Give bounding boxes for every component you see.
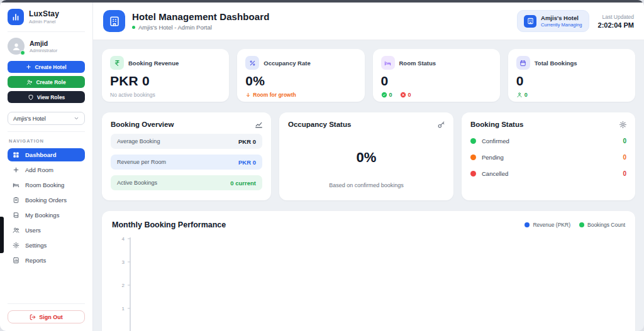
booking-status-row-cancelled: Cancelled 0 xyxy=(470,170,626,177)
room-status-card: Room Status 0 0 0 xyxy=(373,49,500,102)
sidebar-item-add-room[interactable]: Add Room xyxy=(8,163,85,176)
status-label: Confirmed xyxy=(482,138,623,144)
guests-chip: 0 xyxy=(516,92,528,98)
x-circle-icon xyxy=(400,92,406,98)
user-plus-icon xyxy=(26,79,33,85)
gear-icon xyxy=(619,120,627,131)
window-top-edge xyxy=(0,0,644,3)
booking-overview-card: Booking Overview Average Booking PKR 0 R… xyxy=(102,112,271,200)
legend-revenue: Revenue (PKR) xyxy=(525,222,570,228)
nav-section-label: NAVIGATION xyxy=(9,138,85,144)
users-icon xyxy=(13,227,19,234)
person-icon xyxy=(516,92,523,98)
stat-value: 0 xyxy=(381,73,492,89)
badge-hotel-name: Amjis's Hotel xyxy=(541,14,582,21)
y-tick-1: 1 xyxy=(122,306,125,312)
bed-icon xyxy=(13,182,19,188)
percent-icon xyxy=(245,56,259,70)
create-role-label: Create Role xyxy=(36,79,65,85)
overview-row-average-booking: Average Booking PKR 0 xyxy=(111,134,262,149)
clipboard-icon xyxy=(13,197,19,203)
chart-plot-area: 4 3 2 1 xyxy=(112,235,628,331)
occupied-count: 0 xyxy=(408,92,411,98)
plus-icon xyxy=(26,64,31,70)
header: Hotel Management Dashboard Amjis's Hotel… xyxy=(93,3,644,40)
legend-bookings: Bookings Count xyxy=(579,222,625,228)
hotel-select[interactable]: Amjis's Hotel xyxy=(8,112,85,125)
overview-row-label: Active Bookings xyxy=(117,180,157,186)
current-hotel-badge[interactable]: Amjis's Hotel Currently Managing xyxy=(517,10,589,32)
overview-row-value: PKR 0 xyxy=(238,159,256,166)
nav-item-label: Reports xyxy=(25,257,46,264)
page-title: Hotel Management Dashboard xyxy=(132,11,517,22)
sign-out-button[interactable]: Sign Out xyxy=(8,310,85,323)
badge-hotel-status: Currently Managing xyxy=(541,22,582,28)
create-hotel-button[interactable]: Create Hotel xyxy=(8,61,85,73)
book-icon xyxy=(13,212,19,219)
create-hotel-label: Create Hotel xyxy=(35,64,66,70)
create-role-button[interactable]: Create Role xyxy=(8,76,85,88)
middle-row: Booking Overview Average Booking PKR 0 R… xyxy=(102,112,635,200)
user-role: Administrator xyxy=(30,48,57,53)
signout-section: Sign Out xyxy=(8,303,85,323)
brand-name: LuxStay xyxy=(29,9,59,18)
overview-row-active-bookings: Active Bookings 0 current xyxy=(111,175,262,190)
guests-breakdown: 0 xyxy=(516,92,627,98)
overview-row-value: PKR 0 xyxy=(238,138,256,145)
page-subtitle-text: Amjis's Hotel - Admin Portal xyxy=(138,24,212,31)
booking-status-row-confirmed: Confirmed 0 xyxy=(470,138,626,144)
stat-label: Occupancy Rate xyxy=(264,60,310,67)
sidebar-item-dashboard[interactable]: Dashboard xyxy=(8,148,85,161)
sidebar-item-reports[interactable]: Reports xyxy=(8,254,85,267)
last-updated-time: 2:02:04 PM xyxy=(598,21,634,29)
card-title: Booking Status xyxy=(470,121,626,128)
gear-icon xyxy=(13,242,19,249)
stat-note-text: Room for growth xyxy=(253,92,296,98)
user-name: Amjid xyxy=(30,40,57,47)
legend-label: Bookings Count xyxy=(587,222,625,228)
status-label: Cancelled xyxy=(482,170,623,177)
brand-subtitle: Admin Panel xyxy=(29,19,59,24)
stat-label: Room Status xyxy=(399,60,436,67)
status-label: Pending xyxy=(482,154,623,161)
sidebar-item-users[interactable]: Users xyxy=(8,224,85,237)
scrollbar-thumb[interactable] xyxy=(0,217,4,253)
sidebar-item-room-booking[interactable]: Room Booking xyxy=(8,178,85,192)
plus-icon xyxy=(13,166,19,173)
legend-dot-bookings xyxy=(579,222,584,227)
sidebar-item-settings[interactable]: Settings xyxy=(8,239,85,252)
main-content: Booking Revenue PKR 0 No active bookings… xyxy=(93,40,644,331)
sidebar-item-my-bookings[interactable]: My Bookings xyxy=(8,209,85,222)
page-subtitle: Amjis's Hotel - Admin Portal xyxy=(132,24,517,31)
online-status-dot xyxy=(20,50,25,55)
bar-chart-icon xyxy=(11,13,20,21)
stat-note: No active bookings xyxy=(110,92,221,98)
view-roles-button[interactable]: View Roles xyxy=(8,91,85,103)
nav-item-label: Add Room xyxy=(25,166,53,173)
stat-value: 0% xyxy=(245,73,356,89)
occupancy-status-card: Occupancy Status 0% Based on confirmed b… xyxy=(279,112,453,200)
user-profile: Amjid Administrator xyxy=(8,32,85,61)
nav-item-label: Dashboard xyxy=(25,151,57,158)
overview-row-revenue-per-room: Revenue per Room PKR 0 xyxy=(111,155,262,170)
logout-icon xyxy=(30,314,36,320)
grid-icon xyxy=(13,151,19,158)
view-roles-label: View Roles xyxy=(37,94,65,100)
overview-row-label: Average Booking xyxy=(117,138,160,144)
sidebar: LuxStay Admin Panel Amjid Administrator … xyxy=(0,3,93,331)
occupancy-note: Based on confirmed bookings xyxy=(288,182,445,188)
hotel-icon xyxy=(524,15,536,28)
y-tick-2: 2 xyxy=(122,283,125,288)
guests-count: 0 xyxy=(525,92,528,98)
booking-revenue-card: Booking Revenue PKR 0 No active bookings xyxy=(102,49,229,102)
total-bookings-card: Total Bookings 0 0 xyxy=(508,49,635,102)
nav-item-label: Booking Orders xyxy=(25,197,67,203)
occupancy-rate-card: Occupancy Rate 0% Room for growth xyxy=(237,49,364,102)
chart-title: Monthly Booking Performance xyxy=(112,220,226,229)
hotel-icon xyxy=(103,10,125,32)
overview-row-value: 0 current xyxy=(230,180,256,187)
confirmed-dot xyxy=(470,138,476,144)
sidebar-item-booking-orders[interactable]: Booking Orders xyxy=(8,193,85,207)
report-icon xyxy=(13,257,19,264)
shield-icon xyxy=(28,94,34,100)
